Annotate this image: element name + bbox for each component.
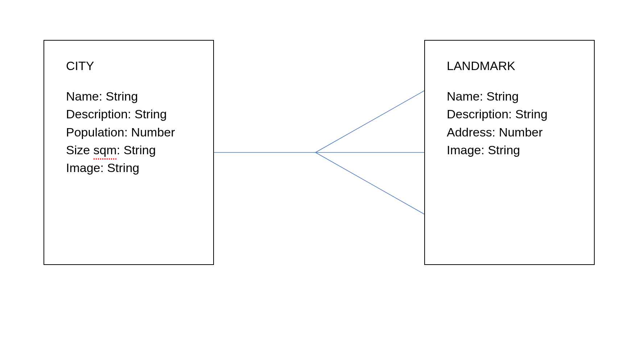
entity-city-title: CITY: [66, 59, 199, 73]
city-attr-image: Image: String: [66, 159, 199, 177]
landmark-attr-image: Image: String: [447, 141, 579, 159]
spellcheck-underline: sqm: [94, 141, 117, 159]
entity-landmark-title: LANDMARK: [447, 59, 579, 73]
entity-landmark-box: LANDMARK Name: String Description: Strin…: [424, 40, 595, 265]
landmark-attr-name: Name: String: [447, 87, 579, 105]
city-attr-size: Size sqm: String: [66, 141, 199, 159]
city-attr-name: Name: String: [66, 87, 199, 105]
city-attr-description: Description: String: [66, 105, 199, 123]
landmark-attr-address: Address: Number: [447, 123, 579, 141]
landmark-attr-description: Description: String: [447, 105, 579, 123]
entity-city-box: CITY Name: String Description: String Po…: [44, 40, 214, 265]
connector-branch-top: [315, 91, 424, 152]
city-attr-population: Population: Number: [66, 123, 199, 141]
connector-branch-bottom: [315, 152, 424, 214]
